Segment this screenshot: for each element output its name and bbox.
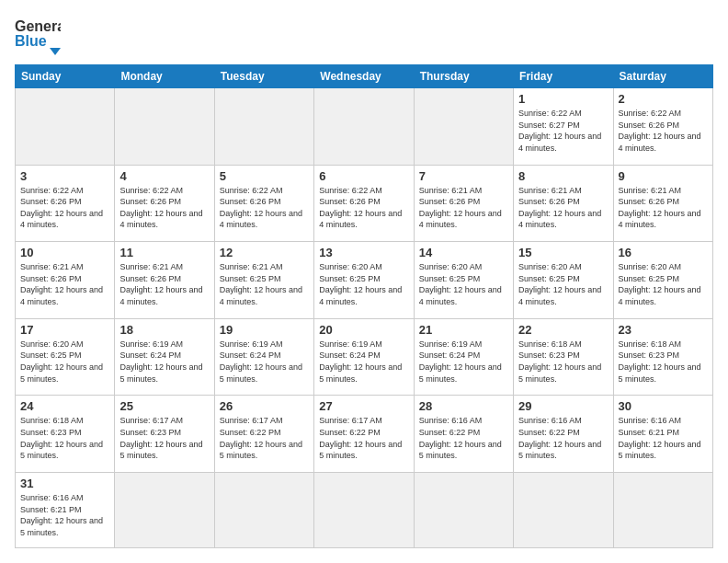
day-number: 8 [518, 169, 608, 183]
calendar-cell [16, 88, 115, 166]
day-info: Sunrise: 6:19 AM Sunset: 6:24 PM Dayligh… [220, 339, 309, 385]
day-info: Sunrise: 6:22 AM Sunset: 6:26 PM Dayligh… [619, 108, 708, 154]
day-info: Sunrise: 6:17 AM Sunset: 6:23 PM Dayligh… [119, 415, 209, 461]
calendar-cell: 1Sunrise: 6:22 AM Sunset: 6:27 PM Daylig… [514, 88, 613, 166]
day-info: Sunrise: 6:20 AM Sunset: 6:25 PM Dayligh… [518, 261, 608, 307]
day-info: Sunrise: 6:21 AM Sunset: 6:26 PM Dayligh… [619, 185, 708, 231]
day-info: Sunrise: 6:22 AM Sunset: 6:26 PM Dayligh… [20, 185, 109, 231]
day-number: 20 [319, 323, 408, 337]
calendar-cell: 12Sunrise: 6:21 AM Sunset: 6:25 PM Dayli… [214, 242, 313, 319]
day-info: Sunrise: 6:21 AM Sunset: 6:26 PM Dayligh… [419, 185, 508, 231]
day-number: 11 [119, 246, 209, 259]
weekday-header-friday: Friday [514, 65, 613, 88]
day-number: 21 [419, 323, 508, 337]
calendar-week-row: 17Sunrise: 6:20 AM Sunset: 6:25 PM Dayli… [16, 318, 713, 396]
calendar-cell: 9Sunrise: 6:21 AM Sunset: 6:26 PM Daylig… [613, 165, 712, 242]
day-info: Sunrise: 6:16 AM Sunset: 6:21 PM Dayligh… [619, 415, 708, 461]
calendar-cell: 23Sunrise: 6:18 AM Sunset: 6:23 PM Dayli… [613, 318, 712, 396]
header: General Blue [15, 15, 713, 55]
day-number: 19 [220, 323, 309, 337]
calendar-cell: 6Sunrise: 6:22 AM Sunset: 6:26 PM Daylig… [314, 165, 414, 242]
day-number: 31 [20, 477, 109, 490]
calendar-cell: 11Sunrise: 6:21 AM Sunset: 6:26 PM Dayli… [115, 242, 214, 319]
logo: General Blue [15, 15, 61, 55]
calendar-cell: 5Sunrise: 6:22 AM Sunset: 6:26 PM Daylig… [214, 165, 313, 242]
day-info: Sunrise: 6:20 AM Sunset: 6:25 PM Dayligh… [619, 261, 708, 307]
day-number: 5 [220, 169, 309, 183]
day-number: 29 [518, 399, 608, 413]
day-number: 2 [619, 92, 708, 106]
day-info: Sunrise: 6:21 AM Sunset: 6:26 PM Dayligh… [119, 261, 209, 307]
calendar-week-row: 1Sunrise: 6:22 AM Sunset: 6:27 PM Daylig… [16, 88, 713, 166]
day-number: 25 [119, 399, 209, 413]
calendar-cell: 17Sunrise: 6:20 AM Sunset: 6:25 PM Dayli… [16, 318, 115, 396]
calendar-table: SundayMondayTuesdayWednesdayThursdayFrid… [15, 64, 713, 548]
calendar-cell: 18Sunrise: 6:19 AM Sunset: 6:24 PM Dayli… [115, 318, 214, 396]
day-number: 9 [619, 169, 708, 183]
calendar-cell [514, 473, 613, 548]
day-number: 4 [119, 169, 209, 183]
day-info: Sunrise: 6:19 AM Sunset: 6:24 PM Dayligh… [319, 339, 408, 385]
day-info: Sunrise: 6:22 AM Sunset: 6:26 PM Dayligh… [119, 185, 209, 231]
calendar-cell [115, 88, 214, 166]
day-info: Sunrise: 6:18 AM Sunset: 6:23 PM Dayligh… [20, 415, 109, 461]
day-number: 16 [619, 246, 708, 259]
day-info: Sunrise: 6:20 AM Sunset: 6:25 PM Dayligh… [319, 261, 408, 307]
calendar-cell [414, 88, 513, 166]
day-info: Sunrise: 6:19 AM Sunset: 6:24 PM Dayligh… [119, 339, 209, 385]
day-info: Sunrise: 6:22 AM Sunset: 6:26 PM Dayligh… [319, 185, 408, 231]
day-info: Sunrise: 6:18 AM Sunset: 6:23 PM Dayligh… [619, 339, 708, 385]
calendar-cell: 21Sunrise: 6:19 AM Sunset: 6:24 PM Dayli… [414, 318, 513, 396]
day-info: Sunrise: 6:20 AM Sunset: 6:25 PM Dayligh… [419, 261, 508, 307]
day-number: 15 [518, 246, 608, 259]
day-number: 14 [419, 246, 508, 259]
calendar-week-row: 31Sunrise: 6:16 AM Sunset: 6:21 PM Dayli… [16, 473, 713, 548]
calendar-cell: 20Sunrise: 6:19 AM Sunset: 6:24 PM Dayli… [314, 318, 414, 396]
calendar-cell: 8Sunrise: 6:21 AM Sunset: 6:26 PM Daylig… [514, 165, 613, 242]
weekday-header-wednesday: Wednesday [314, 65, 414, 88]
day-number: 1 [518, 92, 608, 106]
day-number: 24 [20, 399, 109, 413]
calendar-cell: 24Sunrise: 6:18 AM Sunset: 6:23 PM Dayli… [16, 396, 115, 473]
day-info: Sunrise: 6:18 AM Sunset: 6:23 PM Dayligh… [518, 339, 608, 385]
calendar-cell: 16Sunrise: 6:20 AM Sunset: 6:25 PM Dayli… [613, 242, 712, 319]
calendar-week-row: 10Sunrise: 6:21 AM Sunset: 6:26 PM Dayli… [16, 242, 713, 319]
day-number: 30 [619, 399, 708, 413]
calendar-cell: 29Sunrise: 6:16 AM Sunset: 6:22 PM Dayli… [514, 396, 613, 473]
day-number: 26 [220, 399, 309, 413]
day-info: Sunrise: 6:16 AM Sunset: 6:21 PM Dayligh… [20, 492, 109, 538]
day-number: 12 [220, 246, 309, 259]
day-info: Sunrise: 6:16 AM Sunset: 6:22 PM Dayligh… [518, 415, 608, 461]
calendar-cell: 7Sunrise: 6:21 AM Sunset: 6:26 PM Daylig… [414, 165, 513, 242]
day-number: 23 [619, 323, 708, 337]
svg-marker-2 [50, 48, 61, 55]
day-info: Sunrise: 6:19 AM Sunset: 6:24 PM Dayligh… [419, 339, 508, 385]
day-info: Sunrise: 6:21 AM Sunset: 6:26 PM Dayligh… [518, 185, 608, 231]
calendar-week-row: 3Sunrise: 6:22 AM Sunset: 6:26 PM Daylig… [16, 165, 713, 242]
calendar-cell: 27Sunrise: 6:17 AM Sunset: 6:22 PM Dayli… [314, 396, 414, 473]
calendar-cell: 22Sunrise: 6:18 AM Sunset: 6:23 PM Dayli… [514, 318, 613, 396]
calendar-cell [214, 473, 313, 548]
svg-text:General: General [15, 18, 61, 34]
calendar-cell: 4Sunrise: 6:22 AM Sunset: 6:26 PM Daylig… [115, 165, 214, 242]
day-info: Sunrise: 6:16 AM Sunset: 6:22 PM Dayligh… [419, 415, 508, 461]
calendar-cell [214, 88, 313, 166]
calendar-cell: 31Sunrise: 6:16 AM Sunset: 6:21 PM Dayli… [16, 473, 115, 548]
calendar-cell [414, 473, 513, 548]
day-info: Sunrise: 6:20 AM Sunset: 6:25 PM Dayligh… [20, 339, 109, 385]
day-number: 3 [20, 169, 109, 183]
calendar-cell: 3Sunrise: 6:22 AM Sunset: 6:26 PM Daylig… [16, 165, 115, 242]
day-number: 7 [419, 169, 508, 183]
logo-icon: General Blue [15, 15, 61, 55]
day-info: Sunrise: 6:21 AM Sunset: 6:26 PM Dayligh… [20, 261, 109, 307]
day-info: Sunrise: 6:21 AM Sunset: 6:25 PM Dayligh… [220, 261, 309, 307]
svg-text:Blue: Blue [15, 33, 47, 49]
day-number: 22 [518, 323, 608, 337]
weekday-header-saturday: Saturday [613, 65, 712, 88]
day-info: Sunrise: 6:17 AM Sunset: 6:22 PM Dayligh… [220, 415, 309, 461]
weekday-header-row: SundayMondayTuesdayWednesdayThursdayFrid… [16, 65, 713, 88]
calendar-cell: 28Sunrise: 6:16 AM Sunset: 6:22 PM Dayli… [414, 396, 513, 473]
calendar-cell: 25Sunrise: 6:17 AM Sunset: 6:23 PM Dayli… [115, 396, 214, 473]
calendar-cell: 14Sunrise: 6:20 AM Sunset: 6:25 PM Dayli… [414, 242, 513, 319]
calendar-cell: 13Sunrise: 6:20 AM Sunset: 6:25 PM Dayli… [314, 242, 414, 319]
